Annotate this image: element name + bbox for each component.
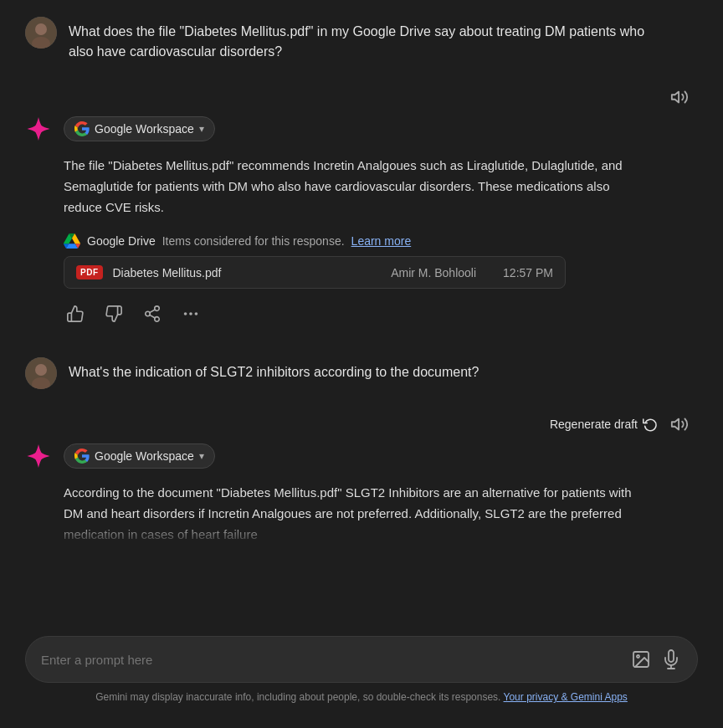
user-message-1: What does the file "Diabetes Mellitus.pd… (25, 17, 698, 62)
response-top-row-1 (25, 85, 698, 109)
regenerate-label: Regenerate draft (550, 418, 638, 431)
disclaimer-text: Gemini may display inaccurate info, incl… (95, 691, 500, 703)
svg-marker-3 (672, 92, 679, 103)
pdf-badge-1: PDF (76, 265, 103, 279)
thumbs-up-icon[interactable] (64, 302, 87, 326)
learn-more-link-1[interactable]: Learn more (351, 234, 412, 248)
svg-marker-15 (672, 419, 679, 430)
ai-body-2: According to the document "Diabetes Mell… (25, 483, 698, 545)
workspace-g-icon (74, 121, 90, 136)
workspace-badge-label-2: Google Workspace (95, 449, 194, 463)
image-upload-icon[interactable] (630, 649, 652, 670)
workspace-badge-chevron-1: ▾ (199, 123, 204, 135)
user-message-text-1: What does the file "Diabetes Mellitus.pd… (69, 17, 654, 62)
share-icon[interactable] (141, 302, 164, 326)
more-options-icon[interactable] (179, 302, 203, 326)
privacy-link[interactable]: Your privacy & Gemini Apps (504, 691, 628, 703)
ai-response-block-2: Regenerate draft (25, 413, 698, 545)
ai-response-header-1: Google Workspace ▾ (25, 115, 698, 142)
speaker-icon-2[interactable] (668, 413, 691, 436)
ai-response-block-1: Google Workspace ▾ The file "Diabetes Me… (25, 85, 698, 326)
svg-point-13 (35, 364, 47, 376)
svg-point-1 (35, 23, 47, 35)
workspace-badge-2[interactable]: Google Workspace ▾ (64, 443, 215, 469)
thumbs-down-icon[interactable] (102, 302, 126, 326)
input-bar-wrapper: Gemini may display inaccurate info, incl… (0, 624, 723, 728)
user-avatar-2 (25, 357, 57, 389)
file-author-1: Amir M. Bohlooli (391, 266, 476, 279)
action-bar-1 (64, 302, 698, 326)
gemini-star-2 (25, 443, 52, 469)
ai-body-1: The file "Diabetes Mellitus.pdf" recomme… (25, 156, 698, 326)
svg-point-9 (184, 312, 187, 315)
file-time-1: 12:57 PM (503, 266, 553, 279)
user-message-2: What's the indication of SLGT2 inhibitor… (25, 357, 698, 389)
workspace-badge-label-1: Google Workspace (95, 122, 194, 136)
input-bar (25, 636, 698, 683)
file-name-1: Diabetes Mellitus.pdf (113, 266, 382, 279)
svg-line-7 (150, 315, 155, 319)
response-top-row-2: Regenerate draft (25, 413, 698, 436)
microphone-icon[interactable] (660, 649, 682, 670)
svg-line-8 (150, 310, 155, 313)
chat-container: What does the file "Diabetes Mellitus.pd… (0, 0, 723, 728)
workspace-g-icon-2 (74, 449, 90, 464)
gemini-star-1 (25, 115, 52, 142)
svg-point-11 (195, 312, 198, 315)
source-header-1: Google Drive Items considered for this r… (64, 233, 698, 249)
svg-point-10 (189, 312, 192, 315)
user-avatar-1 (25, 17, 57, 49)
source-note-1: Items considered for this response. (162, 234, 345, 248)
ai-response-header-2: Google Workspace ▾ (25, 443, 698, 469)
prompt-input[interactable] (41, 653, 622, 667)
user-message-text-2: What's the indication of SLGT2 inhibitor… (69, 357, 479, 382)
ai-text-1: The file "Diabetes Mellitus.pdf" recomme… (64, 156, 649, 218)
gdrive-icon (64, 233, 80, 249)
svg-point-17 (637, 655, 639, 658)
source-name-1: Google Drive (87, 234, 156, 248)
workspace-badge-chevron-2: ▾ (199, 450, 204, 462)
file-row-1: PDF Diabetes Mellitus.pdf Amir M. Bohloo… (64, 256, 566, 289)
footer-disclaimer: Gemini may display inaccurate info, incl… (25, 691, 698, 703)
ai-text-2: According to the document "Diabetes Mell… (64, 483, 649, 545)
source-section-1: Google Drive Items considered for this r… (64, 233, 698, 289)
workspace-badge-1[interactable]: Google Workspace ▾ (64, 116, 215, 141)
regenerate-btn[interactable]: Regenerate draft (550, 417, 658, 432)
speaker-icon-1[interactable] (668, 85, 691, 109)
